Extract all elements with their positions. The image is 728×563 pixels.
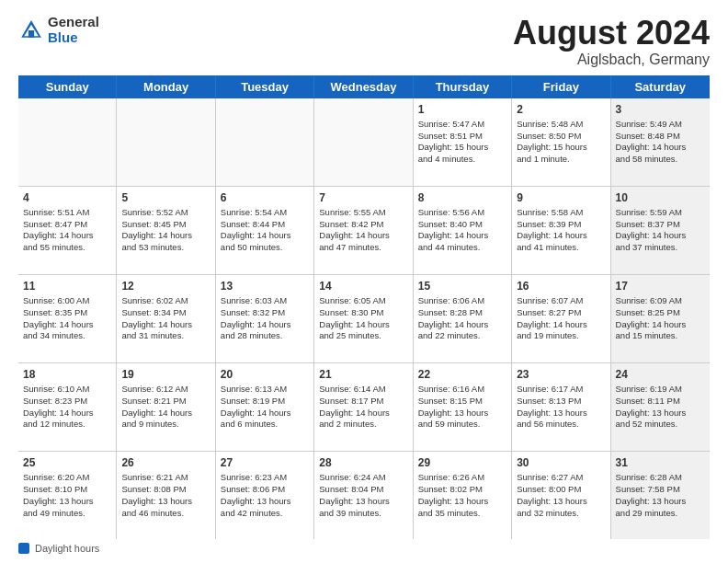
- day-number-24: 24: [616, 367, 705, 382]
- day-info-20: Sunrise: 6:13 AM Sunset: 8:19 PM Dayligh…: [221, 384, 291, 429]
- day-number-16: 16: [517, 279, 605, 293]
- day-info-24: Sunrise: 6:19 AM Sunset: 8:11 PM Dayligh…: [616, 384, 687, 429]
- day-number-8: 8: [418, 190, 506, 205]
- day-number-7: 7: [319, 190, 407, 205]
- day-number-22: 22: [418, 367, 506, 382]
- day-number-2: 2: [517, 102, 605, 117]
- day-info-21: Sunrise: 6:14 AM Sunset: 8:17 PM Dayligh…: [319, 384, 390, 429]
- day-number-19: 19: [121, 367, 210, 382]
- cal-cell-15: 15Sunrise: 6:06 AM Sunset: 8:28 PM Dayli…: [414, 275, 512, 362]
- cal-cell-5: 5Sunrise: 5:52 AM Sunset: 8:45 PM Daylig…: [117, 187, 215, 274]
- day-info-12: Sunrise: 6:02 AM Sunset: 8:34 PM Dayligh…: [121, 295, 192, 340]
- cal-cell-7: 7Sunrise: 5:55 AM Sunset: 8:42 PM Daylig…: [314, 187, 413, 274]
- day-number-30: 30: [517, 455, 605, 470]
- day-info-27: Sunrise: 6:23 AM Sunset: 8:06 PM Dayligh…: [221, 472, 291, 517]
- day-number-18: 18: [23, 367, 111, 382]
- footer-label: Daylight hours: [35, 543, 99, 554]
- calendar-row-3: 18Sunrise: 6:10 AM Sunset: 8:23 PM Dayli…: [18, 363, 710, 452]
- day-info-7: Sunrise: 5:55 AM Sunset: 8:42 PM Dayligh…: [319, 207, 390, 252]
- day-number-6: 6: [221, 190, 309, 205]
- day-info-19: Sunrise: 6:12 AM Sunset: 8:21 PM Dayligh…: [121, 384, 192, 429]
- footer: Daylight hours: [18, 543, 710, 554]
- month-year: August 2024: [513, 15, 710, 52]
- day-info-16: Sunrise: 6:07 AM Sunset: 8:27 PM Dayligh…: [517, 295, 587, 340]
- title-block: August 2024 Aiglsbach, Germany: [513, 15, 710, 68]
- location: Aiglsbach, Germany: [513, 52, 710, 68]
- day-number-21: 21: [319, 367, 407, 382]
- day-number-25: 25: [23, 455, 111, 470]
- day-number-20: 20: [221, 367, 309, 382]
- cal-cell-19: 19Sunrise: 6:12 AM Sunset: 8:21 PM Dayli…: [117, 363, 215, 451]
- logo-blue: Blue: [48, 30, 99, 46]
- cal-cell-22: 22Sunrise: 6:16 AM Sunset: 8:15 PM Dayli…: [414, 363, 512, 451]
- day-number-12: 12: [121, 279, 210, 293]
- day-number-14: 14: [319, 279, 407, 293]
- day-info-28: Sunrise: 6:24 AM Sunset: 8:04 PM Dayligh…: [319, 472, 390, 517]
- cal-cell-12: 12Sunrise: 6:02 AM Sunset: 8:34 PM Dayli…: [117, 275, 215, 362]
- day-info-11: Sunrise: 6:00 AM Sunset: 8:35 PM Dayligh…: [23, 295, 94, 340]
- cal-cell-13: 13Sunrise: 6:03 AM Sunset: 8:32 PM Dayli…: [216, 275, 314, 362]
- cal-cell-9: 9Sunrise: 5:58 AM Sunset: 8:39 PM Daylig…: [512, 187, 610, 274]
- cal-cell-31: 31Sunrise: 6:28 AM Sunset: 7:58 PM Dayli…: [611, 452, 710, 539]
- day-number-11: 11: [23, 279, 111, 293]
- footer-icon: [18, 543, 29, 554]
- logo-icon: [18, 17, 44, 43]
- day-number-1: 1: [418, 102, 506, 117]
- day-info-10: Sunrise: 5:59 AM Sunset: 8:37 PM Dayligh…: [616, 207, 687, 252]
- cal-cell-4: 4Sunrise: 5:51 AM Sunset: 8:47 PM Daylig…: [18, 187, 117, 274]
- cal-cell-empty-0-0: [18, 98, 117, 186]
- cal-cell-28: 28Sunrise: 6:24 AM Sunset: 8:04 PM Dayli…: [314, 452, 413, 539]
- cal-cell-empty-0-1: [117, 98, 215, 186]
- day-number-9: 9: [517, 190, 605, 205]
- cal-cell-24: 24Sunrise: 6:19 AM Sunset: 8:11 PM Dayli…: [611, 363, 710, 451]
- day-info-6: Sunrise: 5:54 AM Sunset: 8:44 PM Dayligh…: [221, 207, 291, 252]
- day-info-23: Sunrise: 6:17 AM Sunset: 8:13 PM Dayligh…: [517, 384, 587, 429]
- calendar-row-2: 11Sunrise: 6:00 AM Sunset: 8:35 PM Dayli…: [18, 275, 710, 363]
- day-info-26: Sunrise: 6:21 AM Sunset: 8:08 PM Dayligh…: [121, 472, 192, 517]
- cal-cell-26: 26Sunrise: 6:21 AM Sunset: 8:08 PM Dayli…: [117, 452, 215, 539]
- day-info-18: Sunrise: 6:10 AM Sunset: 8:23 PM Dayligh…: [23, 384, 94, 429]
- cal-cell-2: 2Sunrise: 5:48 AM Sunset: 8:50 PM Daylig…: [512, 98, 610, 186]
- day-info-4: Sunrise: 5:51 AM Sunset: 8:47 PM Dayligh…: [23, 207, 94, 252]
- day-number-28: 28: [319, 455, 407, 470]
- cal-cell-29: 29Sunrise: 6:26 AM Sunset: 8:02 PM Dayli…: [414, 452, 512, 539]
- day-info-17: Sunrise: 6:09 AM Sunset: 8:25 PM Dayligh…: [616, 295, 687, 340]
- day-number-4: 4: [23, 190, 111, 205]
- day-info-25: Sunrise: 6:20 AM Sunset: 8:10 PM Dayligh…: [23, 472, 94, 517]
- day-number-26: 26: [121, 455, 210, 470]
- weekday-header-wednesday: Wednesday: [314, 75, 413, 98]
- day-info-22: Sunrise: 6:16 AM Sunset: 8:15 PM Dayligh…: [418, 384, 489, 429]
- day-info-29: Sunrise: 6:26 AM Sunset: 8:02 PM Dayligh…: [418, 472, 489, 517]
- svg-rect-3: [28, 30, 34, 38]
- cal-cell-21: 21Sunrise: 6:14 AM Sunset: 8:17 PM Dayli…: [314, 363, 413, 451]
- day-number-29: 29: [418, 455, 506, 470]
- cal-cell-empty-0-2: [216, 98, 314, 186]
- day-info-5: Sunrise: 5:52 AM Sunset: 8:45 PM Dayligh…: [121, 207, 192, 252]
- calendar: SundayMondayTuesdayWednesdayThursdayFrid…: [18, 75, 710, 539]
- calendar-row-0: 1Sunrise: 5:47 AM Sunset: 8:51 PM Daylig…: [18, 98, 710, 187]
- cal-cell-30: 30Sunrise: 6:27 AM Sunset: 8:00 PM Dayli…: [512, 452, 610, 539]
- cal-cell-25: 25Sunrise: 6:20 AM Sunset: 8:10 PM Dayli…: [18, 452, 117, 539]
- day-number-31: 31: [616, 455, 705, 470]
- day-info-3: Sunrise: 5:49 AM Sunset: 8:48 PM Dayligh…: [616, 119, 687, 164]
- day-info-30: Sunrise: 6:27 AM Sunset: 8:00 PM Dayligh…: [517, 472, 587, 517]
- day-number-17: 17: [616, 279, 705, 293]
- weekday-header-saturday: Saturday: [611, 75, 710, 98]
- day-info-2: Sunrise: 5:48 AM Sunset: 8:50 PM Dayligh…: [517, 119, 587, 164]
- weekday-header-monday: Monday: [117, 75, 215, 98]
- day-number-10: 10: [616, 190, 705, 205]
- cal-cell-17: 17Sunrise: 6:09 AM Sunset: 8:25 PM Dayli…: [611, 275, 710, 362]
- weekday-header-tuesday: Tuesday: [216, 75, 314, 98]
- cal-cell-3: 3Sunrise: 5:49 AM Sunset: 8:48 PM Daylig…: [611, 98, 710, 186]
- cal-cell-1: 1Sunrise: 5:47 AM Sunset: 8:51 PM Daylig…: [414, 98, 512, 186]
- cal-cell-11: 11Sunrise: 6:00 AM Sunset: 8:35 PM Dayli…: [18, 275, 117, 362]
- cal-cell-16: 16Sunrise: 6:07 AM Sunset: 8:27 PM Dayli…: [512, 275, 610, 362]
- cal-cell-14: 14Sunrise: 6:05 AM Sunset: 8:30 PM Dayli…: [314, 275, 413, 362]
- day-number-15: 15: [418, 279, 506, 293]
- cal-cell-6: 6Sunrise: 5:54 AM Sunset: 8:44 PM Daylig…: [216, 187, 314, 274]
- cal-cell-27: 27Sunrise: 6:23 AM Sunset: 8:06 PM Dayli…: [216, 452, 314, 539]
- weekday-header-friday: Friday: [512, 75, 610, 98]
- day-info-8: Sunrise: 5:56 AM Sunset: 8:40 PM Dayligh…: [418, 207, 489, 252]
- cal-cell-10: 10Sunrise: 5:59 AM Sunset: 8:37 PM Dayli…: [611, 187, 710, 274]
- day-info-31: Sunrise: 6:28 AM Sunset: 7:58 PM Dayligh…: [616, 472, 687, 517]
